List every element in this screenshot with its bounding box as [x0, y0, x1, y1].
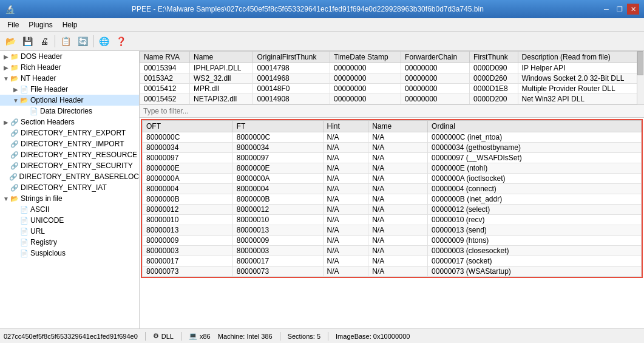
tree-item-strings[interactable]: ▼ 📂 Strings in file [0, 193, 139, 204]
tree-item-nt-header[interactable]: ▼ 📂 NT Header [0, 73, 139, 84]
status-filetype: ⚙ DLL [153, 332, 174, 340]
table-cell: 00000004 (connect) [428, 184, 642, 194]
tree-item-dir-import[interactable]: 🔗 DIRECTORY_ENTRY_IMPORT [0, 138, 139, 149]
table-cell: 00000000 [401, 84, 470, 94]
table-row[interactable]: 00015412MPR.dll000148F000000000000000000… [140, 84, 644, 94]
ordinals-table-scroll[interactable]: OFT FT Hint Name Ordinal 8000000C8000000… [142, 120, 642, 277]
table-cell: N/A [368, 215, 428, 225]
minimize-button[interactable]: ─ [600, 4, 612, 15]
machine-text: Machine: Intel 386 [218, 333, 273, 340]
scrollbar-thumb[interactable] [637, 51, 643, 75]
table-cell: 80000097 [232, 153, 323, 163]
col-ft: FT [232, 121, 323, 132]
toolbar-copy[interactable]: 📋 [58, 34, 73, 49]
menu-help[interactable]: Help [58, 19, 83, 30]
col-ordinal: Ordinal [428, 121, 642, 132]
table-row[interactable]: 8000007380000073N/AN/A00000073 (WSAStart… [143, 267, 642, 277]
table-row[interactable]: 8000000380000003N/AN/A00000003 (closesoc… [143, 246, 642, 256]
tree-item-dir-resource[interactable]: 🔗 DIRECTORY_ENTRY_RESOURCE [0, 149, 139, 160]
toolbar-print[interactable]: 🖨 [36, 34, 52, 49]
table-row[interactable]: 00015452NETAPI32.dll00014908000000000000… [140, 94, 644, 104]
toolbar-save[interactable]: 💾 [19, 34, 35, 49]
table-cell: 80000034 [143, 143, 233, 153]
col-desc: Description (Read from file) [518, 52, 643, 63]
table-cell: 00000073 (WSAStartup) [428, 267, 642, 277]
tree-item-optional-header[interactable]: ▼ 📂 Optional Header [0, 95, 139, 106]
tree-item-section-headers[interactable]: ▶ 🔗 Section Headers [0, 117, 139, 127]
table-cell: 00015394 [140, 63, 190, 73]
toolbar-refresh[interactable]: 🔄 [75, 34, 90, 49]
tree-label: DIRECTORY_ENTRY_BASERELOC [19, 172, 139, 181]
toolbar-help[interactable]: ❓ [113, 34, 129, 49]
tree-item-url[interactable]: 📄 URL [0, 226, 139, 237]
tree-item-dos-header[interactable]: ▶ 📁 DOS Header [0, 51, 139, 62]
toolbar-internet[interactable]: 🌐 [96, 34, 112, 49]
doc-icon: 📄 [19, 205, 29, 214]
table-cell: 00000013 (send) [428, 225, 642, 236]
gear-icon: ⚙ [153, 332, 159, 340]
table-row[interactable]: 8000001780000017N/AN/A00000017 (socket) [143, 256, 642, 267]
table-cell: 80000012 [232, 205, 323, 215]
table-cell: N/A [323, 236, 368, 246]
table-cell: 00000000 [401, 63, 470, 73]
tree-item-dir-basereloc[interactable]: 🔗 DIRECTORY_ENTRY_BASERELOC [0, 171, 139, 182]
table-row[interactable]: 8000000480000004N/AN/A00000004 (connect) [143, 184, 642, 194]
restore-button[interactable]: ❐ [614, 4, 626, 15]
table-cell: N/A [323, 174, 368, 184]
tree-item-dir-export[interactable]: 🔗 DIRECTORY_ENTRY_EXPORT [0, 127, 139, 138]
col-name: Name [190, 52, 253, 63]
table-cell: N/A [323, 225, 368, 236]
imports-table: Name RVA Name OriginalFirstThunk TimeDat… [140, 51, 644, 104]
tree-item-unicode[interactable]: 📄 UNICODE [0, 215, 139, 226]
filter-input[interactable] [143, 107, 640, 115]
tree-label: DIRECTORY_ENTRY_SECURITY [21, 161, 133, 170]
tree-item-rich-header[interactable]: ▶ 📁 Rich Header [0, 62, 139, 73]
menu-plugins[interactable]: Plugins [24, 19, 57, 30]
table-cell: 0000000A (ioctlsocket) [428, 174, 642, 184]
table-cell: 80000034 [232, 143, 323, 153]
tree-label: Rich Header [21, 63, 61, 72]
table-cell: N/A [368, 184, 428, 194]
table-cell: MPR.dll [190, 84, 253, 94]
menu-file[interactable]: File [2, 19, 24, 30]
table-cell: 0000000B (inet_addr) [428, 194, 642, 205]
col-timedate: TimeDate Stamp [330, 52, 401, 63]
col-oft: OriginalFirstThunk [253, 52, 330, 63]
table-cell: N/A [323, 246, 368, 256]
tree-item-data-directories[interactable]: 📄 Data Directories [0, 106, 139, 117]
tree-item-registry[interactable]: 📄 Registry [0, 237, 139, 248]
scrollbar-track[interactable] [637, 51, 644, 104]
table-cell: 80000010 [143, 215, 233, 225]
table-row[interactable]: 00015394IPHLPAPI.DLL00014798000000000000… [140, 63, 644, 73]
table-cell: 000148F0 [253, 84, 330, 94]
table-cell: N/A [323, 194, 368, 205]
table-row[interactable]: 8000001380000013N/AN/A00000013 (send) [143, 225, 642, 236]
status-separator-4 [328, 332, 328, 341]
table-row[interactable]: 8000000980000009N/AN/A00000009 (htons) [143, 236, 642, 246]
table-row[interactable]: 8000000E8000000EN/AN/A0000000E (ntohl) [143, 163, 642, 174]
arch-text: x86 [200, 333, 211, 340]
tree-item-file-header[interactable]: ▶ 📄 File Header [0, 84, 139, 95]
tree-item-dir-security[interactable]: 🔗 DIRECTORY_ENTRY_SECURITY [0, 160, 139, 171]
tree-item-ascii[interactable]: 📄 ASCII [0, 204, 139, 215]
tree-item-dir-iat[interactable]: 🔗 DIRECTORY_ENTRY_IAT [0, 182, 139, 193]
table-row[interactable]: 8000001280000012N/AN/A00000012 (select) [143, 205, 642, 215]
table-row[interactable]: 8000000A8000000AN/AN/A0000000A (ioctlsoc… [143, 174, 642, 184]
table-cell: 00014968 [253, 73, 330, 84]
table-row[interactable]: 8000003480000034N/AN/A00000034 (gethostb… [143, 143, 642, 153]
table-row[interactable]: 00153A2WS2_32.dll00014968000000000000000… [140, 73, 644, 84]
top-table-section: Name RVA Name OriginalFirstThunk TimeDat… [140, 51, 644, 105]
table-row[interactable]: 8000001080000010N/AN/A00000010 (recv) [143, 215, 642, 225]
close-button[interactable]: ✕ [627, 4, 639, 15]
table-row[interactable]: 8000000C8000000CN/AN/A0000000C (inet_nto… [143, 132, 642, 143]
tree-label: DIRECTORY_ENTRY_EXPORT [21, 129, 126, 137]
table-row[interactable]: 8000009780000097N/AN/A00000097 (__WSAFDI… [143, 153, 642, 163]
link-icon: 🔗 [10, 161, 19, 171]
toolbar-open[interactable]: 📂 [2, 34, 18, 49]
table-cell: 80000004 [143, 184, 233, 194]
table-cell: 8000000E [143, 163, 233, 174]
filter-bar [140, 105, 644, 118]
table-row[interactable]: 8000000B8000000BN/AN/A0000000B (inet_add… [143, 194, 642, 205]
table-cell: 8000000B [143, 194, 233, 205]
tree-item-suspicious[interactable]: 📄 Suspicious [0, 248, 139, 259]
